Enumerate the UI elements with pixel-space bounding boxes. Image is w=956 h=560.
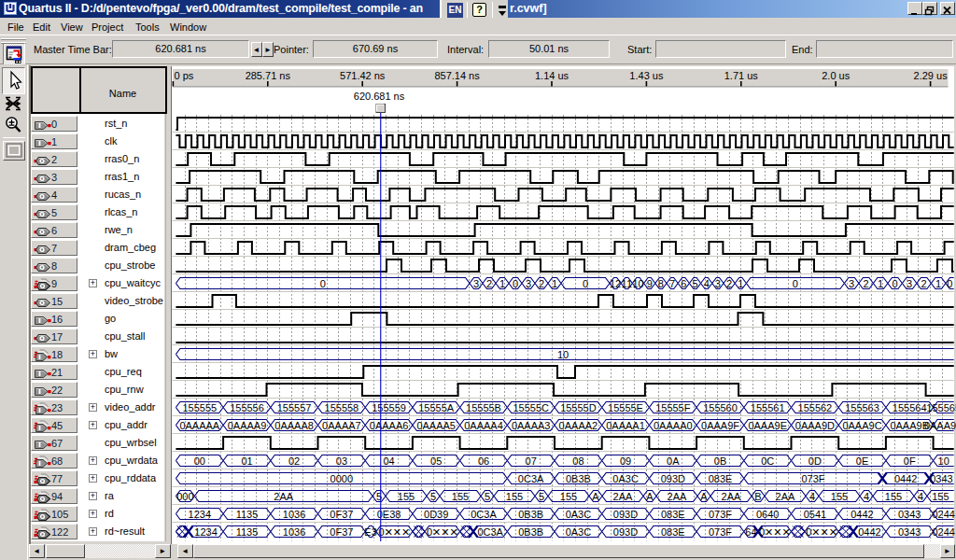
svg-text:155: 155 <box>506 491 523 502</box>
svg-text:0AAAA0: 0AAAA0 <box>654 420 693 431</box>
svg-text:0AAAA8: 0AAAA8 <box>274 420 314 431</box>
svg-text:0A: 0A <box>667 455 680 467</box>
svg-text:093D: 093D <box>613 509 638 520</box>
svg-text:0000: 0000 <box>330 473 353 484</box>
svg-text:0442: 0442 <box>858 526 880 538</box>
svg-text:155556: 155556 <box>230 402 264 413</box>
svg-text:A: A <box>700 491 708 502</box>
svg-text:8: 8 <box>658 278 664 289</box>
svg-text:01: 01 <box>241 455 252 467</box>
svg-text:073F: 073F <box>801 473 824 484</box>
svg-text:0AAA9A: 0AAA9A <box>924 420 956 431</box>
svg-text:0B: 0B <box>714 455 726 467</box>
svg-text:15555D: 15555D <box>560 402 597 413</box>
svg-text:0F37: 0F37 <box>330 509 353 520</box>
svg-text:285.71 ns: 285.71 ns <box>246 70 291 81</box>
svg-text:0AAAA9: 0AAAA9 <box>228 420 267 431</box>
svg-text:0AAA9B: 0AAA9B <box>890 420 929 431</box>
svg-text:0AAA9D: 0AAA9D <box>795 420 835 431</box>
svg-text:1: 1 <box>499 278 505 289</box>
svg-text:571.42 ns: 571.42 ns <box>340 70 386 81</box>
svg-text:5: 5 <box>485 491 490 502</box>
svg-text:2AA: 2AA <box>776 491 795 502</box>
svg-text:1: 1 <box>878 278 883 289</box>
svg-text:0: 0 <box>893 278 898 289</box>
svg-text:0✕✕✕: 0✕✕✕ <box>759 526 791 538</box>
svg-text:155: 155 <box>885 491 902 502</box>
svg-text:1.43 us: 1.43 us <box>629 70 664 81</box>
svg-text:0AAAAA: 0AAAAA <box>179 420 219 431</box>
svg-text:155565: 155565 <box>926 402 956 413</box>
svg-text:155563: 155563 <box>845 402 879 413</box>
svg-text:0640: 0640 <box>756 509 779 520</box>
svg-text:155: 155 <box>831 491 848 502</box>
svg-text:155: 155 <box>932 491 949 502</box>
svg-text:0B3B: 0B3B <box>566 473 591 484</box>
svg-text:A: A <box>592 491 599 502</box>
svg-text:0: 0 <box>320 278 326 289</box>
svg-text:0343: 0343 <box>898 526 921 538</box>
svg-text:3: 3 <box>715 278 721 289</box>
svg-text:0442: 0442 <box>851 509 873 520</box>
svg-text:9: 9 <box>647 278 653 289</box>
svg-text:0 ps: 0 ps <box>175 70 194 81</box>
svg-text:0✕✕✕: 0✕✕✕ <box>427 526 458 538</box>
svg-text:4: 4 <box>704 278 710 289</box>
svg-text:2: 2 <box>726 278 732 289</box>
svg-text:0AAAA4: 0AAAA4 <box>464 420 503 431</box>
svg-text:0✕✕✕: 0✕✕✕ <box>806 526 837 538</box>
svg-text:2: 2 <box>864 278 869 289</box>
svg-text:093D: 093D <box>613 526 638 538</box>
svg-text:0A3C: 0A3C <box>566 526 592 538</box>
svg-text:0C: 0C <box>761 455 774 467</box>
svg-text:1036: 1036 <box>283 509 305 520</box>
svg-text:0F: 0F <box>904 455 916 467</box>
svg-text:2AA: 2AA <box>274 491 293 502</box>
svg-text:15555B: 15555B <box>466 402 501 413</box>
svg-text:857.14 ns: 857.14 ns <box>434 70 480 81</box>
svg-text:1: 1 <box>738 278 743 289</box>
svg-text:12: 12 <box>610 278 621 289</box>
svg-text:2AA: 2AA <box>722 491 741 502</box>
svg-text:0AAAA1: 0AAAA1 <box>606 420 645 431</box>
svg-text:0442: 0442 <box>894 473 917 484</box>
svg-text:15555C: 15555C <box>513 402 549 413</box>
svg-text:0343: 0343 <box>930 473 952 484</box>
svg-text:155: 155 <box>560 491 577 502</box>
svg-text:3: 3 <box>526 278 531 289</box>
svg-text:07: 07 <box>526 455 537 467</box>
svg-text:0B3B: 0B3B <box>518 526 543 538</box>
svg-text:2AA: 2AA <box>613 491 633 502</box>
svg-text:155: 155 <box>398 491 415 502</box>
svg-text:2: 2 <box>539 278 544 289</box>
svg-text:1036: 1036 <box>283 526 305 538</box>
svg-text:0E: 0E <box>856 455 868 467</box>
svg-text:0AAA9E: 0AAA9E <box>748 420 787 431</box>
svg-text:0✕✕✕: 0✕✕✕ <box>379 526 411 538</box>
svg-text:03: 03 <box>336 455 347 467</box>
svg-text:1234: 1234 <box>194 526 217 538</box>
svg-text:0: 0 <box>513 278 518 289</box>
svg-text:0AAAA2: 0AAAA2 <box>559 420 598 431</box>
svg-text:000: 000 <box>176 491 193 502</box>
svg-text:0AAAA3: 0AAAA3 <box>512 420 551 431</box>
svg-text:0A3C: 0A3C <box>566 509 592 520</box>
svg-text:1: 1 <box>552 278 557 289</box>
svg-text:0A3C: 0A3C <box>612 473 639 484</box>
svg-text:10: 10 <box>557 349 569 360</box>
svg-text:08: 08 <box>572 455 583 467</box>
svg-text:05: 05 <box>430 455 442 467</box>
svg-text:0AAAA7: 0AAAA7 <box>322 420 361 431</box>
svg-text:00: 00 <box>194 455 205 467</box>
svg-text:0AAA9F: 0AAA9F <box>701 420 739 431</box>
svg-text:2: 2 <box>921 278 927 289</box>
svg-text:093D: 093D <box>661 473 685 484</box>
svg-text:155564: 155564 <box>893 402 927 413</box>
svg-text:5: 5 <box>539 491 544 502</box>
svg-text:2: 2 <box>486 278 492 289</box>
svg-text:3: 3 <box>849 278 854 289</box>
svg-text:4: 4 <box>918 491 923 502</box>
svg-text:0: 0 <box>583 278 588 289</box>
svg-text:0AAA9C: 0AAA9C <box>842 420 881 431</box>
svg-text:155558: 155558 <box>325 402 359 413</box>
